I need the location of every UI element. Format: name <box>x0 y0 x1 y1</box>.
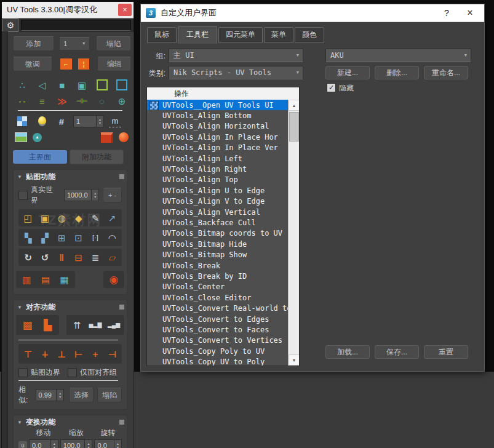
checker-pattern-icon[interactable] <box>13 114 31 128</box>
list-item[interactable]: UVTools_Break <box>147 260 289 271</box>
rollout-align-header[interactable]: ▼ 对齐功能 <box>14 300 127 313</box>
close-icon[interactable]: × <box>118 4 132 16</box>
list-item[interactable]: UVTools_Align Vertical <box>147 207 289 217</box>
list-scrollbar[interactable]: ▲ ▼ <box>288 100 299 366</box>
list-item[interactable]: UVTools_Close Editor <box>147 292 289 303</box>
bitmap-image-icon[interactable] <box>13 130 28 144</box>
list-item[interactable]: UVTools_Backface Cull <box>147 217 289 228</box>
tab-colors[interactable]: 颜色 <box>295 27 324 43</box>
measure-units-icon[interactable]: m <box>109 116 121 127</box>
list-item[interactable]: UVTools_Align Right <box>147 164 289 174</box>
pin-icon[interactable] <box>119 174 124 179</box>
list-item[interactable]: UVTools_Convert Real-world to... <box>147 303 289 313</box>
map-bounds-checkbox[interactable] <box>18 368 28 377</box>
tab-mouse[interactable]: 鼠标 <box>147 27 177 43</box>
list-item[interactable]: UVTools_Align V to Edge <box>147 196 289 207</box>
vertex-mode-icon[interactable]: ∴ <box>13 78 31 92</box>
list-item[interactable]: UVTools_Convert to Edges <box>147 314 289 324</box>
spinner-arrows-icon[interactable]: ▴▾ <box>96 116 103 127</box>
tab-menus[interactable]: 菜单 <box>264 27 293 43</box>
list-item[interactable]: UVTools_Copy Poly to UV <box>147 346 289 356</box>
tab-quad-menus[interactable]: 四元菜单 <box>218 27 263 43</box>
justify-lines-icon[interactable]: ≣ <box>87 250 103 264</box>
list-item[interactable]: UVTools_Center <box>147 282 289 292</box>
red-cube-icon[interactable] <box>99 130 114 144</box>
rotate-cw-icon[interactable]: ↻ <box>20 250 36 264</box>
tab-extra-functions[interactable]: 附加功能 <box>70 150 124 164</box>
mirror-v-icon[interactable]: ⊟ <box>70 250 87 264</box>
element-mode-icon[interactable]: ◁ <box>33 78 51 92</box>
tweak-u-icon[interactable]: ⌐ <box>60 58 72 70</box>
box-map-icon[interactable]: ▣ <box>36 211 53 225</box>
pack-region-icon[interactable]: [·] <box>87 231 103 244</box>
uv-tools-titlebar[interactable]: UV Tools 3.3.00|凋零汉化 × <box>2 2 133 18</box>
delete-button[interactable]: 删除... <box>375 66 419 79</box>
pack-tiles-icon[interactable]: ▚ <box>20 231 36 244</box>
list-item[interactable]: UVTools_Align Left <box>147 153 289 164</box>
page-flip-icon[interactable]: ▱ <box>104 250 121 264</box>
category-dropdown[interactable]: Nik Scripts - UV Tools <box>169 66 303 79</box>
pack-overlap-icon[interactable]: ⊞ <box>54 231 70 244</box>
sphere-map-icon[interactable]: ◍ <box>54 211 70 225</box>
lightbulb-icon[interactable] <box>33 114 51 128</box>
align-center-v-icon[interactable]: + <box>87 347 103 361</box>
gear-icon[interactable]: ⚙ <box>2 18 18 32</box>
bars-up-icon[interactable]: ⇈ <box>68 318 86 332</box>
spinner-arrows-icon[interactable]: ▴▾ <box>91 190 98 201</box>
rotate-ccw-icon[interactable]: ↺ <box>36 250 53 264</box>
align-right-icon[interactable]: ⊣ <box>104 347 121 361</box>
fit-map-icon[interactable]: ↗ <box>104 211 121 225</box>
align-center-h-icon[interactable]: ∔ <box>36 347 53 361</box>
broken-edges-icon[interactable]: ≫ <box>53 94 71 108</box>
split-horizontal-icon[interactable]: ▤ <box>36 273 55 286</box>
tweak-v-icon[interactable]: ¦ <box>78 58 90 70</box>
dialog-titlebar[interactable]: 3 自定义用户界面 ? × <box>141 4 484 22</box>
list-item[interactable]: UVTools_Align In Place Ver <box>147 143 289 153</box>
select-elements-icon[interactable]: ▩ <box>18 318 37 332</box>
pack-center-icon[interactable]: ⊡ <box>70 231 87 244</box>
u-move-spinner[interactable]: 0.0 ▴▾ <box>29 439 58 448</box>
toolbar-dropdown[interactable]: AKU <box>325 49 471 62</box>
list-item[interactable]: UVTools_Align Bottom <box>147 110 289 121</box>
list-item[interactable]: UVTools_Bitmap Show <box>147 249 289 260</box>
tab-main-ui[interactable]: 主界面 <box>13 150 67 164</box>
help-icon[interactable]: ? <box>437 8 456 18</box>
pack-strips-icon[interactable]: ▞ <box>36 231 53 244</box>
hide-checkbox[interactable]: ✓ <box>327 83 336 92</box>
list-item[interactable]: UVTools_Bitmap coords to UV <box>147 228 289 239</box>
load-button[interactable]: 加载... <box>325 345 370 359</box>
faces-only-checkbox[interactable] <box>68 368 77 377</box>
quad-map-icon[interactable]: ◆ <box>70 211 87 225</box>
record-icon[interactable]: ◉ <box>105 273 123 286</box>
scroll-up-icon[interactable]: ▲ <box>289 100 300 111</box>
list-item-selected[interactable]: UVTools__Open UV Tools UI <box>147 100 289 110</box>
quartered-sphere-icon[interactable]: ⊕ <box>113 94 131 108</box>
list-item[interactable]: UVTools_Align Horizontal <box>147 121 289 132</box>
orange-sphere-icon[interactable] <box>116 130 131 144</box>
stacked-steps-icon[interactable]: ▂▄▆ <box>105 318 123 332</box>
collapse-button[interactable]: 塌陷 <box>96 36 131 51</box>
select-button[interactable]: 选择 <box>69 388 94 402</box>
similar-spinner[interactable]: 0.99 ▴▾ <box>36 389 65 401</box>
edge-lines-icon[interactable]: ≡ <box>33 94 51 108</box>
rollout-transform-header[interactable]: ▼ 变换功能 <box>14 415 127 428</box>
pin-icon[interactable] <box>119 305 124 310</box>
group-dropdown[interactable]: 主 UI <box>169 49 303 62</box>
mirror-u-icon[interactable]: ‖ <box>54 250 70 264</box>
list-item[interactable]: UVTools_Bitmap Hide <box>147 239 289 249</box>
bar-chart-icon[interactable]: ▅▂▇ <box>86 318 105 332</box>
list-item[interactable]: UVTools_Convert to Vertices <box>147 335 289 346</box>
face-mode-icon[interactable]: ■ <box>53 78 71 92</box>
collapse-similar-button[interactable]: 塌陷 <box>97 388 122 402</box>
tweak-button[interactable]: 微调 <box>13 57 52 71</box>
list-item[interactable]: UVTools_Align U to Edge <box>147 185 289 196</box>
eyedropper-icon[interactable]: ✎ <box>87 211 103 225</box>
grid-snap-icon[interactable]: # <box>52 114 71 128</box>
grid-size-spinner[interactable]: 1 ▴▾ <box>73 115 104 127</box>
list-item[interactable]: UVTools_Break by ID <box>147 271 289 281</box>
save-button[interactable]: 保存... <box>375 345 419 359</box>
dashed-edges-icon[interactable]: - - <box>13 94 31 108</box>
grid-cells-icon[interactable]: ▦ <box>55 273 74 286</box>
list-item[interactable]: UVTools_Align In Place Hor <box>147 132 289 142</box>
scroll-down-icon[interactable]: ▼ <box>289 354 300 366</box>
